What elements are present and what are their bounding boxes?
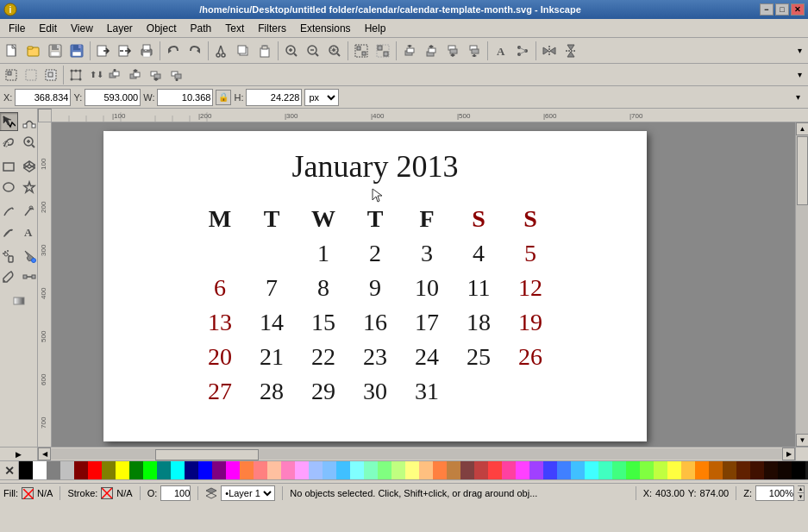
text-tool-btn[interactable]: A bbox=[491, 41, 511, 61]
palette-color-24[interactable] bbox=[350, 461, 364, 480]
copy-button[interactable] bbox=[233, 41, 254, 61]
palette-color-10[interactable] bbox=[157, 461, 171, 480]
palette-color-12[interactable] bbox=[185, 461, 198, 480]
flip-h-button[interactable] bbox=[539, 41, 560, 61]
menu-object[interactable]: Object bbox=[140, 19, 184, 37]
palette-color-17[interactable] bbox=[254, 461, 267, 480]
raise2-btn[interactable] bbox=[126, 66, 145, 84]
palette-color-27[interactable] bbox=[391, 461, 405, 480]
export-button[interactable] bbox=[115, 41, 135, 61]
palette-color-35[interactable] bbox=[502, 461, 516, 480]
palette-color-46[interactable] bbox=[654, 461, 667, 480]
palette-color-52[interactable] bbox=[736, 461, 750, 480]
scroll-up-button[interactable]: ▲ bbox=[796, 122, 808, 135]
palette-color-8[interactable] bbox=[129, 461, 143, 480]
callig-tool[interactable] bbox=[0, 222, 18, 241]
palette-color-11[interactable] bbox=[171, 461, 185, 480]
palette-color-22[interactable] bbox=[323, 461, 336, 480]
palette-color-18[interactable] bbox=[267, 461, 281, 480]
palette-color-53[interactable] bbox=[750, 461, 764, 480]
lower2-btn[interactable] bbox=[147, 66, 166, 84]
palette-color-23[interactable] bbox=[336, 461, 350, 480]
menu-filters[interactable]: Filters bbox=[251, 19, 293, 37]
new-button[interactable] bbox=[2, 41, 22, 61]
palette-color-55[interactable] bbox=[778, 461, 792, 480]
gradient-tool[interactable] bbox=[9, 291, 28, 310]
close-button[interactable]: ✕ bbox=[791, 3, 805, 16]
palette-color-50[interactable] bbox=[709, 461, 723, 480]
star-tool[interactable] bbox=[20, 178, 39, 197]
eyedrop-tool[interactable] bbox=[0, 267, 18, 286]
palette-color-19[interactable] bbox=[281, 461, 295, 480]
palette-color-5[interactable] bbox=[88, 461, 102, 480]
minimize-button[interactable]: − bbox=[760, 3, 774, 16]
toolbar-overflow-btn[interactable]: ▾ bbox=[792, 41, 806, 61]
pencil-tool[interactable] bbox=[0, 202, 18, 221]
circle-tool[interactable] bbox=[0, 178, 18, 197]
save-copy-button[interactable] bbox=[45, 41, 66, 61]
palette-color-34[interactable] bbox=[488, 461, 502, 480]
palette-color-2[interactable] bbox=[47, 461, 60, 480]
palette-color-29[interactable] bbox=[419, 461, 433, 480]
h-input[interactable] bbox=[246, 89, 302, 106]
palette-color-16[interactable] bbox=[240, 461, 254, 480]
fill-color-box[interactable] bbox=[22, 487, 34, 499]
flip-v-button[interactable] bbox=[561, 41, 581, 61]
palette-color-14[interactable] bbox=[212, 461, 226, 480]
w-input[interactable] bbox=[157, 89, 213, 106]
zoom-fit-button[interactable] bbox=[324, 41, 345, 61]
unit-select[interactable]: px mm cm in bbox=[304, 89, 339, 106]
palette-color-30[interactable] bbox=[433, 461, 447, 480]
no-color-button[interactable]: ✕ bbox=[0, 461, 19, 480]
palette-color-32[interactable] bbox=[460, 461, 474, 480]
palette-color-56[interactable] bbox=[792, 461, 805, 480]
menu-path[interactable]: Path bbox=[184, 19, 219, 37]
palette-color-44[interactable] bbox=[626, 461, 640, 480]
palette-color-26[interactable] bbox=[378, 461, 391, 480]
palette-color-36[interactable] bbox=[516, 461, 529, 480]
spray-tool[interactable] bbox=[0, 247, 18, 266]
transform-btn[interactable] bbox=[66, 66, 85, 84]
menu-layer[interactable]: Layer bbox=[100, 19, 140, 37]
zoom-input[interactable] bbox=[755, 485, 794, 501]
menu-text[interactable]: Text bbox=[218, 19, 251, 37]
lower-bottom2-btn[interactable] bbox=[167, 66, 186, 84]
palette-color-4[interactable] bbox=[74, 461, 88, 480]
raise-top-button[interactable] bbox=[399, 41, 420, 61]
palette-color-31[interactable] bbox=[447, 461, 460, 480]
zoom-out-button[interactable] bbox=[303, 41, 323, 61]
raise-button[interactable] bbox=[421, 41, 442, 61]
invert-select-btn[interactable] bbox=[41, 66, 60, 84]
palette-color-9[interactable] bbox=[143, 461, 157, 480]
print-button[interactable] bbox=[136, 41, 157, 61]
palette-color-40[interactable] bbox=[571, 461, 585, 480]
palette-color-21[interactable] bbox=[309, 461, 323, 480]
ungroup-button[interactable] bbox=[373, 41, 393, 61]
palette-color-7[interactable] bbox=[116, 461, 129, 480]
deselect-btn[interactable] bbox=[22, 66, 41, 84]
lower-button[interactable] bbox=[442, 41, 463, 61]
undo-button[interactable] bbox=[163, 41, 184, 61]
palette-color-15[interactable] bbox=[226, 461, 240, 480]
palette-color-33[interactable] bbox=[474, 461, 488, 480]
expand-toolbox-button[interactable]: ▶ bbox=[16, 450, 22, 459]
3dbox-tool[interactable] bbox=[20, 157, 39, 176]
palette-color-54[interactable] bbox=[764, 461, 778, 480]
scroll-right-button[interactable]: ▶ bbox=[782, 448, 795, 460]
scroll-thumb-horizontal[interactable] bbox=[155, 449, 259, 460]
node-align-button[interactable] bbox=[512, 41, 533, 61]
scroll-thumb-vertical[interactable] bbox=[797, 136, 808, 205]
tweak-tool[interactable] bbox=[0, 133, 18, 152]
stroke-color-box[interactable] bbox=[101, 487, 113, 499]
palette-color-25[interactable] bbox=[364, 461, 378, 480]
palette-color-47[interactable] bbox=[667, 461, 681, 480]
cut-button[interactable] bbox=[211, 41, 232, 61]
palette-color-38[interactable] bbox=[543, 461, 557, 480]
palette-color-43[interactable] bbox=[612, 461, 626, 480]
menu-help[interactable]: Help bbox=[358, 19, 393, 37]
palette-color-48[interactable] bbox=[681, 461, 695, 480]
canvas-container[interactable]: January 2013 M T W T F S S bbox=[52, 122, 795, 447]
palette-color-45[interactable] bbox=[640, 461, 654, 480]
group-button[interactable] bbox=[351, 41, 372, 61]
paste-button[interactable] bbox=[254, 41, 275, 61]
